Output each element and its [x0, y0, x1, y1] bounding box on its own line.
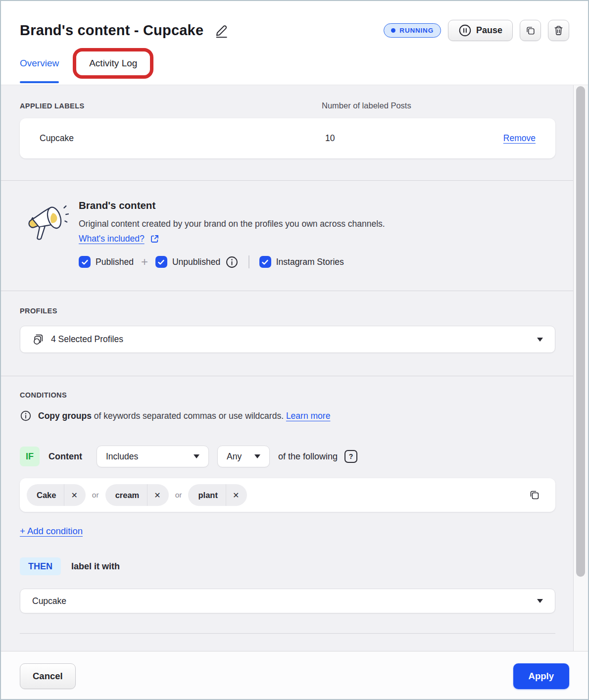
pause-button-label: Pause	[476, 25, 502, 36]
learn-more-link[interactable]: Learn more	[286, 411, 331, 421]
remove-label-link[interactable]: Remove	[503, 133, 536, 144]
match-mode-select[interactable]: Any	[217, 446, 270, 467]
if-badge: IF	[20, 447, 40, 466]
header: Brand's content - Cupcake RUNNING	[1, 1, 588, 85]
copy-icon	[525, 25, 536, 36]
keyword-list: Cake✕orcream✕orplant✕	[27, 484, 247, 506]
apply-button[interactable]: Apply	[513, 663, 569, 689]
chevron-down-icon	[537, 599, 543, 603]
conditions-hint: Copy groups of keywords separated commas…	[20, 410, 555, 422]
unpublished-info-icon[interactable]	[225, 255, 239, 269]
scroll-content: APPLIED LABELS Number of labeled Posts C…	[1, 85, 573, 651]
if-condition-row: IF Content Includes Any of the following…	[20, 446, 555, 467]
applied-labels-title: APPLIED LABELS	[20, 102, 322, 110]
or-separator: or	[92, 491, 99, 500]
chevron-down-icon	[537, 338, 543, 342]
pause-button[interactable]: Pause	[448, 20, 513, 41]
profiles-title: PROFILES	[20, 307, 555, 315]
then-row: THEN label it with	[20, 557, 555, 575]
operator-select-value: Includes	[106, 451, 138, 462]
delete-button[interactable]	[548, 20, 569, 41]
section-profiles: PROFILES 4 Selected Profiles	[1, 291, 573, 376]
whats-included-link[interactable]: What's included?	[79, 234, 145, 244]
conditions-title: CONDITIONS	[20, 391, 555, 399]
duplicate-button[interactable]	[520, 20, 541, 41]
section-end-divider	[20, 633, 555, 650]
label-it-with-text: label it with	[71, 561, 120, 572]
applied-label-count: 10	[325, 133, 335, 144]
hint-bold-text: Copy groups	[38, 411, 92, 421]
checkbox-unpublished[interactable]	[155, 256, 167, 268]
scrollbar-thumb[interactable]	[576, 86, 585, 577]
external-link-icon	[149, 234, 160, 244]
title-row: Brand's content - Cupcake RUNNING	[20, 1, 569, 41]
trash-icon	[553, 25, 564, 36]
keyword-text: plant	[188, 491, 225, 500]
tab-bar: Overview Activity Log	[20, 42, 569, 85]
hint-text: Copy groups of keywords separated commas…	[38, 411, 330, 421]
add-condition-link[interactable]: + Add condition	[20, 526, 83, 537]
help-icon[interactable]: ?	[344, 450, 357, 463]
rule-editor-panel: Brand's content - Cupcake RUNNING	[0, 0, 589, 700]
section-applied-labels: APPLIED LABELS Number of labeled Posts C…	[1, 85, 573, 180]
tab-activity-log[interactable]: Activity Log	[89, 58, 137, 69]
keyword-text: cream	[105, 491, 147, 500]
then-badge: THEN	[20, 557, 61, 575]
remove-keyword-button[interactable]: ✕	[64, 484, 85, 506]
keyword-pill: Cake✕	[27, 484, 86, 506]
keyword-text: Cake	[27, 491, 64, 500]
plus-separator: +	[141, 255, 148, 269]
checkbox-instagram-stories[interactable]	[259, 256, 271, 268]
status-dot-icon	[391, 28, 395, 33]
match-mode-select-value: Any	[227, 451, 242, 462]
page-title: Brand's content - Cupcake	[20, 22, 203, 39]
info-circle-icon	[20, 410, 32, 422]
status-badge-label: RUNNING	[399, 27, 434, 34]
profiles-select[interactable]: 4 Selected Profiles	[20, 326, 555, 353]
brand-content-description: Original content created by your brand o…	[79, 219, 385, 229]
section-conditions: CONDITIONS Copy groups of keywords separ…	[1, 376, 573, 650]
chevron-down-icon	[254, 454, 260, 458]
applied-labels-header: APPLIED LABELS Number of labeled Posts	[20, 101, 555, 110]
checkbox-instagram-stories-label: Instagram Stories	[276, 257, 344, 267]
edit-title-icon[interactable]	[213, 23, 229, 39]
applied-label-name: Cupcake	[40, 133, 325, 144]
scroll-body: APPLIED LABELS Number of labeled Posts C…	[1, 85, 588, 651]
brand-content-title: Brand's content	[79, 200, 385, 211]
tab-overview[interactable]: Overview	[20, 42, 59, 85]
section-brand-content: Brand's content Original content created…	[1, 180, 573, 291]
cancel-button[interactable]: Cancel	[20, 663, 76, 689]
annotation-red-ring: Activity Log	[73, 48, 153, 79]
keyword-pill: plant✕	[188, 484, 247, 506]
brand-content-column: Brand's content Original content created…	[79, 198, 385, 291]
checkbox-unpublished-label: Unpublished	[172, 257, 220, 267]
of-the-following-label: of the following	[278, 451, 338, 462]
stacked-profiles-icon	[32, 333, 45, 346]
labeled-posts-count-header: Number of labeled Posts	[322, 101, 411, 110]
profiles-select-value: 4 Selected Profiles	[51, 334, 123, 345]
header-actions: RUNNING Pause	[384, 20, 569, 41]
applied-label-row: Cupcake 10 Remove	[20, 118, 555, 158]
footer: Cancel Apply	[1, 651, 588, 700]
megaphone-illustration	[22, 198, 69, 291]
tab-activity-log-label: Activity Log	[89, 58, 137, 69]
scrollbar-track[interactable]	[573, 85, 588, 651]
label-select[interactable]: Cupcake	[20, 589, 555, 613]
operator-select[interactable]: Includes	[97, 446, 209, 467]
chevron-down-icon	[194, 454, 199, 458]
tab-overview-label: Overview	[20, 58, 59, 69]
remove-keyword-button[interactable]: ✕	[226, 484, 247, 506]
checkbox-published[interactable]	[79, 256, 91, 268]
label-select-value: Cupcake	[32, 596, 66, 606]
remove-keyword-button[interactable]: ✕	[147, 484, 168, 506]
whats-included-row: What's included?	[79, 234, 385, 244]
checkbox-divider	[248, 255, 249, 268]
copy-keywords-icon[interactable]	[529, 489, 540, 501]
checkbox-published-label: Published	[96, 257, 134, 267]
keywords-input[interactable]: Cake✕orcream✕orplant✕	[20, 478, 555, 512]
hint-rest-text: of keywords separated commas or use wild…	[92, 411, 286, 421]
status-badge: RUNNING	[384, 23, 441, 38]
active-tab-underline	[20, 81, 59, 83]
or-separator: or	[175, 491, 182, 500]
content-type-checkboxes: Published + Unpublished	[79, 255, 385, 269]
